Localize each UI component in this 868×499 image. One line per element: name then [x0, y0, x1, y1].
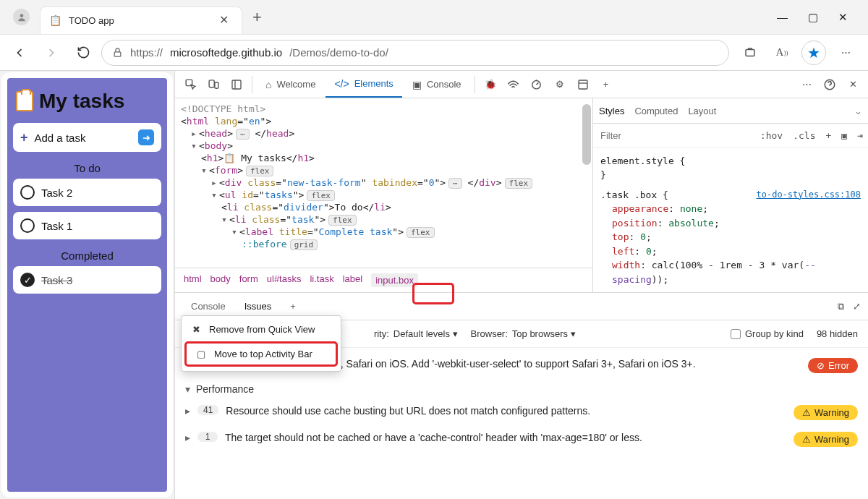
styles-filter-input[interactable]	[593, 130, 755, 141]
new-tab-button[interactable]: +	[242, 8, 272, 27]
tab-close-button[interactable]: ✕	[215, 12, 233, 28]
css-source-link[interactable]: to-do-styles.css:108	[757, 188, 861, 201]
styles-tabbar: Styles Computed Layout ⌄	[593, 98, 868, 124]
tool-performance-icon[interactable]	[526, 74, 548, 95]
elements-tree[interactable]: <!DOCTYPE html> <html lang="en"> ▸<head>…	[175, 98, 592, 268]
svg-point-0	[20, 14, 23, 17]
error-icon: ⊘	[817, 360, 825, 371]
svg-rect-5	[214, 82, 218, 89]
tool-application-icon[interactable]	[572, 74, 594, 95]
forward-button	[38, 39, 65, 67]
inspect-element-button[interactable]	[179, 74, 201, 95]
tab-favicon-icon: 📋	[49, 14, 61, 26]
context-menu: ✖ Remove from Quick View ▢ Move to top A…	[181, 315, 341, 372]
drawer-expand-icon[interactable]: ⤢	[853, 301, 861, 312]
more-tools-button[interactable]: +	[595, 74, 617, 95]
issue-count: 1	[197, 432, 218, 442]
chevron-down-icon: ▾	[185, 383, 190, 395]
home-icon: ⌂	[265, 79, 271, 90]
styles-filter-bar: :hov .cls + ▣ ⇥	[593, 124, 868, 148]
tab-welcome[interactable]: ⌂Welcome	[257, 71, 324, 98]
tab-console[interactable]: ▣Console	[404, 71, 470, 98]
url-path: /Demos/demo-to-do/	[289, 46, 388, 59]
read-aloud-icon[interactable]: A))	[770, 40, 794, 65]
styles-panel: Styles Computed Layout ⌄ :hov .cls + ▣ ⇥…	[593, 98, 868, 292]
scrollbar[interactable]	[582, 104, 591, 165]
section-completed: Completed	[13, 245, 161, 266]
elements-panel: <!DOCTYPE html> <html lang="en"> ▸<head>…	[175, 98, 593, 292]
checkbox-icon[interactable]	[20, 218, 35, 233]
svg-rect-4	[209, 80, 214, 88]
task-label: Task 1	[41, 220, 72, 232]
todo-app: My tasks + Add a task ➜ To do Task 2 Tas…	[1, 72, 173, 498]
new-style-button[interactable]: +	[821, 130, 837, 141]
tab-title: TODO app	[69, 15, 208, 26]
issue-row[interactable]: ▸ 41 Resource should use cache busting b…	[185, 399, 858, 426]
checkbox-icon[interactable]	[20, 185, 35, 200]
settings-menu-button[interactable]: ⋯	[833, 40, 858, 65]
hov-toggle[interactable]: :hov	[755, 130, 788, 141]
tab-computed[interactable]: Computed	[634, 106, 678, 116]
tool-network-icon[interactable]	[503, 74, 524, 95]
profile-avatar[interactable]	[13, 9, 30, 25]
cls-toggle[interactable]: .cls	[788, 130, 820, 141]
unpin-icon: ✖	[190, 324, 202, 335]
checkmark-icon[interactable]: ✓	[20, 273, 35, 287]
app-title: My tasks	[13, 85, 161, 123]
maximize-button[interactable]: ▢	[808, 11, 818, 24]
hidden-count[interactable]: 98 hidden	[817, 328, 858, 339]
warning-badge: ⚠Warning	[793, 432, 858, 447]
back-button[interactable]	[6, 39, 33, 67]
add-task-button[interactable]: + Add a task ➜	[13, 123, 161, 152]
issue-count: 41	[197, 405, 218, 415]
tool-memory-icon[interactable]: ⚙	[549, 74, 571, 95]
severity-select[interactable]: Default levels ▾	[393, 328, 458, 339]
ctx-remove-quickview[interactable]: ✖ Remove from Quick View	[182, 319, 341, 340]
error-badge: ⊘Error	[808, 358, 858, 373]
task-item-completed[interactable]: ✓ Task 3	[13, 266, 161, 294]
devtools-help-button[interactable]	[819, 74, 841, 95]
lock-icon	[112, 47, 123, 58]
group-by-kind-checkbox[interactable]: Group by kind	[731, 328, 804, 339]
browser-tab[interactable]: 📋 TODO app ✕	[40, 7, 242, 34]
code-icon: </>	[334, 78, 349, 90]
url-input[interactable]: https://microsoftedge.github.io/Demos/de…	[101, 40, 729, 66]
tool-bug-icon[interactable]: 🐞	[480, 74, 501, 95]
svg-rect-9	[579, 80, 587, 89]
devtools-toolbar: ⌂Welcome </>Elements ▣Console 🐞 ⚙ + ⋯ ✕	[175, 71, 868, 98]
device-toolbar-button[interactable]	[203, 74, 224, 95]
activity-bar-button[interactable]	[226, 74, 247, 95]
checkbox-icon	[731, 329, 741, 339]
tab-elements[interactable]: </>Elements	[326, 71, 401, 98]
favorites-button[interactable]: ★	[801, 40, 826, 65]
browser-select[interactable]: Top browsers ▾	[512, 328, 576, 339]
toggle-icon[interactable]: ⇥	[852, 130, 868, 141]
elements-breadcrumb[interactable]: html body form ul#tasks li.task label in…	[175, 268, 592, 292]
chevron-right-icon: ▸	[185, 432, 190, 443]
task-item[interactable]: Task 2	[13, 179, 161, 206]
issue-section[interactable]: ▾Performance	[185, 379, 858, 399]
devtools-more-button[interactable]: ⋯	[796, 74, 817, 95]
close-window-button[interactable]: ✕	[838, 11, 848, 24]
task-item[interactable]: Task 1	[13, 212, 161, 239]
task-label: Task 3	[41, 274, 72, 286]
url-host: microsoftedge.github.io	[170, 46, 282, 59]
chevron-down-icon[interactable]: ⌄	[854, 106, 862, 116]
tab-layout[interactable]: Layout	[688, 106, 716, 116]
app-available-icon[interactable]	[738, 40, 762, 65]
task-label: Task 2	[41, 187, 72, 199]
computed-sidebar-icon[interactable]: ▣	[836, 130, 852, 141]
highlight-annotation	[412, 283, 454, 304]
minimize-button[interactable]: —	[777, 11, 788, 24]
issue-row[interactable]: ▸ 1 The target should not be cached or h…	[185, 426, 858, 453]
plus-icon: +	[20, 131, 28, 144]
tab-styles[interactable]: Styles	[599, 106, 624, 116]
window-icon: ▢	[195, 349, 207, 359]
warning-icon: ⚠	[802, 434, 811, 445]
submit-arrow-icon[interactable]: ➜	[138, 129, 154, 145]
ctx-move-top-activity-bar[interactable]: ▢ Move to top Activity Bar	[184, 341, 338, 367]
styles-rules[interactable]: element.style { } .task .box { to-do-sty…	[593, 148, 868, 293]
drawer-dock-icon[interactable]: ⧉	[838, 301, 844, 312]
devtools-close-button[interactable]: ✕	[842, 74, 864, 95]
refresh-button[interactable]	[69, 39, 97, 67]
